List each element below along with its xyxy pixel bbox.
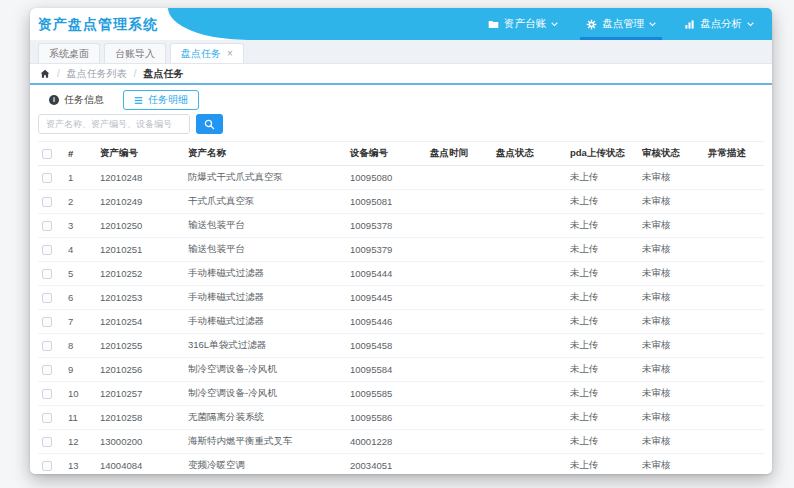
cell-audit-status: 未审核 xyxy=(638,358,704,382)
cell-pda-status: 未上传 xyxy=(566,286,638,310)
select-all-checkbox[interactable] xyxy=(42,149,52,159)
cell-index: 12 xyxy=(64,430,96,454)
cell-check-status xyxy=(492,238,566,262)
cell-device-no: 10095584 xyxy=(346,358,426,382)
cell-asset-no: 12010254 xyxy=(96,310,184,334)
breadcrumb: / 盘点任务列表 / 盘点任务 xyxy=(30,64,772,85)
folder-icon xyxy=(488,19,499,30)
app-window: 资产盘点管理系统 资产台账 盘点管理 盘点分析 系统桌面 xyxy=(30,8,772,474)
row-checkbox[interactable] xyxy=(42,197,52,207)
table-row[interactable]: 6 12010253 手动棒磁式过滤器 10095445 未上传 未审核 xyxy=(38,286,764,310)
table-row[interactable]: 9 12010256 制冷空调设备-冷风机 10095584 未上传 未审核 xyxy=(38,358,764,382)
cell-asset-no: 12010248 xyxy=(96,166,184,190)
tab-system-desktop[interactable]: 系统桌面 xyxy=(38,43,100,63)
cell-audit-status: 未审核 xyxy=(638,286,704,310)
search-input[interactable] xyxy=(38,114,190,134)
table-row[interactable]: 13 14004084 变频冷暖空调 20034051 未上传 未审核 xyxy=(38,454,764,475)
tab-inventory-task[interactable]: 盘点任务 × xyxy=(170,43,244,63)
cell-asset-name: 输送包装平台 xyxy=(184,238,346,262)
col-header-audit-status: 审核状态 xyxy=(638,142,704,166)
cell-check-time xyxy=(426,454,492,475)
menu-label: 盘点分析 xyxy=(700,17,742,31)
row-checkbox[interactable] xyxy=(42,245,52,255)
row-checkbox[interactable] xyxy=(42,293,52,303)
row-checkbox[interactable] xyxy=(42,317,52,327)
cell-pda-status: 未上传 xyxy=(566,214,638,238)
cell-asset-name: 变频冷暖空调 xyxy=(184,454,346,475)
row-checkbox[interactable] xyxy=(42,341,52,351)
tab-label: 系统桌面 xyxy=(49,47,89,61)
cell-asset-name: 手动棒磁式过滤器 xyxy=(184,286,346,310)
cell-audit-status: 未审核 xyxy=(638,406,704,430)
table-row[interactable]: 7 12010254 手动棒磁式过滤器 10095446 未上传 未审核 xyxy=(38,310,764,334)
cell-device-no: 10095080 xyxy=(346,166,426,190)
menu-inventory-manage[interactable]: 盘点管理 xyxy=(572,8,670,40)
tab-ledger-import[interactable]: 台账导入 xyxy=(104,43,166,63)
main-content: i 任务信息 任务明细 # xyxy=(30,85,772,474)
subtab-task-detail[interactable]: 任务明细 xyxy=(123,90,199,110)
table-row[interactable]: 12 13000200 海斯特内燃平衡重式叉车 40001228 未上传 未审核 xyxy=(38,430,764,454)
info-icon: i xyxy=(49,95,59,105)
cell-check-status xyxy=(492,454,566,475)
home-icon[interactable] xyxy=(40,69,50,79)
cell-exception xyxy=(704,382,764,406)
menu-asset-ledger[interactable]: 资产台账 xyxy=(474,8,572,40)
chevron-down-icon xyxy=(747,22,754,27)
cell-audit-status: 未审核 xyxy=(638,262,704,286)
cell-index: 3 xyxy=(64,214,96,238)
search-button[interactable] xyxy=(196,114,223,134)
cell-device-no: 10095585 xyxy=(346,382,426,406)
cell-audit-status: 未审核 xyxy=(638,382,704,406)
table-row[interactable]: 4 12010251 输送包装平台 10095379 未上传 未审核 xyxy=(38,238,764,262)
cell-asset-name: 手动棒磁式过滤器 xyxy=(184,310,346,334)
cell-audit-status: 未审核 xyxy=(638,166,704,190)
row-checkbox[interactable] xyxy=(42,413,52,423)
table-row[interactable]: 2 12010249 干式爪式真空泵 10095081 未上传 未审核 xyxy=(38,190,764,214)
cell-audit-status: 未审核 xyxy=(638,238,704,262)
cell-device-no: 40001228 xyxy=(346,430,426,454)
row-checkbox[interactable] xyxy=(42,461,52,471)
cell-index: 6 xyxy=(64,286,96,310)
table-row[interactable]: 5 12010252 手动棒磁式过滤器 10095444 未上传 未审核 xyxy=(38,262,764,286)
table-row[interactable]: 11 12010258 无菌隔离分装系统 10095586 未上传 未审核 xyxy=(38,406,764,430)
table-row[interactable]: 8 12010255 316L单袋式过滤器 10095458 未上传 未审核 xyxy=(38,334,764,358)
cell-check-time xyxy=(426,358,492,382)
cell-check-status xyxy=(492,262,566,286)
cell-audit-status: 未审核 xyxy=(638,334,704,358)
cell-asset-name: 316L单袋式过滤器 xyxy=(184,334,346,358)
chart-icon xyxy=(684,19,695,30)
cell-exception xyxy=(704,334,764,358)
subtab-task-info[interactable]: i 任务信息 xyxy=(38,90,115,110)
cell-index: 5 xyxy=(64,262,96,286)
cell-exception xyxy=(704,286,764,310)
row-checkbox[interactable] xyxy=(42,269,52,279)
breadcrumb-item-task-list[interactable]: 盘点任务列表 xyxy=(67,67,127,81)
top-navigation: 资产台账 盘点管理 盘点分析 xyxy=(474,8,768,40)
cell-exception xyxy=(704,190,764,214)
cell-asset-name: 制冷空调设备-冷风机 xyxy=(184,358,346,382)
cell-pda-status: 未上传 xyxy=(566,382,638,406)
cell-device-no: 10095445 xyxy=(346,286,426,310)
table-row[interactable]: 1 12010248 防爆式干式爪式真空泵 10095080 未上传 未审核 xyxy=(38,166,764,190)
row-checkbox[interactable] xyxy=(42,389,52,399)
table-row[interactable]: 3 12010250 输送包装平台 10095378 未上传 未审核 xyxy=(38,214,764,238)
close-icon[interactable]: × xyxy=(227,49,233,59)
menu-inventory-analysis[interactable]: 盘点分析 xyxy=(670,8,768,40)
cell-check-status xyxy=(492,286,566,310)
cell-check-time xyxy=(426,190,492,214)
col-header-asset-no: 资产编号 xyxy=(96,142,184,166)
cell-exception xyxy=(704,406,764,430)
col-header-pda-status: pda上传状态 xyxy=(566,142,638,166)
table-row[interactable]: 10 12010257 制冷空调设备-冷风机 10095585 未上传 未审核 xyxy=(38,382,764,406)
row-checkbox[interactable] xyxy=(42,173,52,183)
cell-index: 7 xyxy=(64,310,96,334)
cell-pda-status: 未上传 xyxy=(566,334,638,358)
top-header-bar: 资产盘点管理系统 资产台账 盘点管理 盘点分析 xyxy=(30,8,772,40)
row-checkbox[interactable] xyxy=(42,437,52,447)
cell-check-time xyxy=(426,430,492,454)
row-checkbox[interactable] xyxy=(42,365,52,375)
cell-device-no: 10095586 xyxy=(346,406,426,430)
col-header-check-time: 盘点时间 xyxy=(426,142,492,166)
row-checkbox[interactable] xyxy=(42,221,52,231)
cell-device-no: 10095379 xyxy=(346,238,426,262)
